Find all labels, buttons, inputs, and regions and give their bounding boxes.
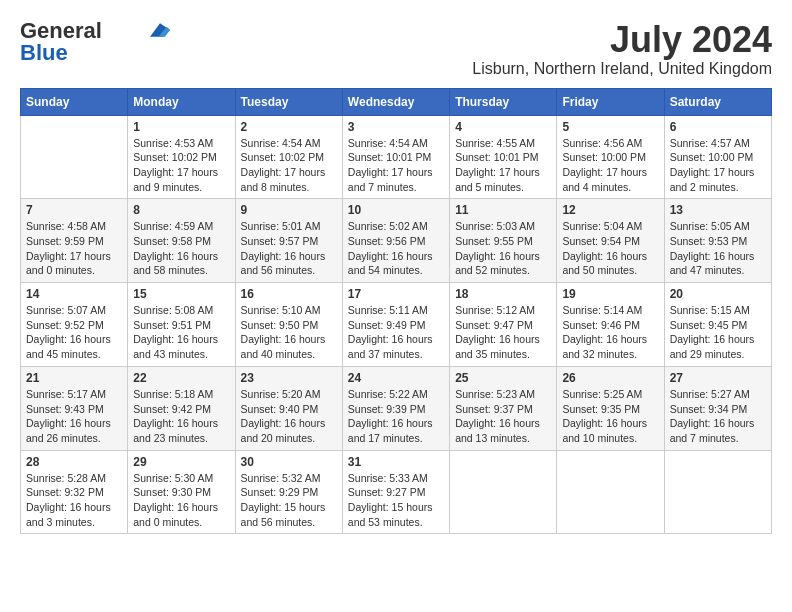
day-info: Sunrise: 5:22 AMSunset: 9:39 PMDaylight:… — [348, 387, 444, 446]
day-info: Sunrise: 4:57 AMSunset: 10:00 PMDaylight… — [670, 136, 766, 195]
day-number: 26 — [562, 371, 658, 385]
calendar-cell: 28Sunrise: 5:28 AMSunset: 9:32 PMDayligh… — [21, 450, 128, 534]
day-number: 1 — [133, 120, 229, 134]
day-number: 15 — [133, 287, 229, 301]
calendar-table: Sunday Monday Tuesday Wednesday Thursday… — [20, 88, 772, 535]
day-info: Sunrise: 5:07 AMSunset: 9:52 PMDaylight:… — [26, 303, 122, 362]
day-info: Sunrise: 5:05 AMSunset: 9:53 PMDaylight:… — [670, 219, 766, 278]
header-sunday: Sunday — [21, 88, 128, 115]
day-number: 20 — [670, 287, 766, 301]
day-number: 12 — [562, 203, 658, 217]
calendar-cell: 29Sunrise: 5:30 AMSunset: 9:30 PMDayligh… — [128, 450, 235, 534]
calendar-cell: 17Sunrise: 5:11 AMSunset: 9:49 PMDayligh… — [342, 283, 449, 367]
header-thursday: Thursday — [450, 88, 557, 115]
day-number: 29 — [133, 455, 229, 469]
day-info: Sunrise: 5:03 AMSunset: 9:55 PMDaylight:… — [455, 219, 551, 278]
day-info: Sunrise: 5:20 AMSunset: 9:40 PMDaylight:… — [241, 387, 337, 446]
day-number: 13 — [670, 203, 766, 217]
header-tuesday: Tuesday — [235, 88, 342, 115]
day-info: Sunrise: 5:27 AMSunset: 9:34 PMDaylight:… — [670, 387, 766, 446]
calendar-cell: 13Sunrise: 5:05 AMSunset: 9:53 PMDayligh… — [664, 199, 771, 283]
day-info: Sunrise: 4:53 AMSunset: 10:02 PMDaylight… — [133, 136, 229, 195]
day-info: Sunrise: 5:17 AMSunset: 9:43 PMDaylight:… — [26, 387, 122, 446]
day-info: Sunrise: 4:54 AMSunset: 10:01 PMDaylight… — [348, 136, 444, 195]
day-info: Sunrise: 5:08 AMSunset: 9:51 PMDaylight:… — [133, 303, 229, 362]
day-number: 3 — [348, 120, 444, 134]
calendar-cell: 4Sunrise: 4:55 AMSunset: 10:01 PMDayligh… — [450, 115, 557, 199]
page-header: General Blue July 2024 Lisburn, Northern… — [20, 20, 772, 78]
calendar-cell: 21Sunrise: 5:17 AMSunset: 9:43 PMDayligh… — [21, 366, 128, 450]
week-row-4: 28Sunrise: 5:28 AMSunset: 9:32 PMDayligh… — [21, 450, 772, 534]
day-info: Sunrise: 5:02 AMSunset: 9:56 PMDaylight:… — [348, 219, 444, 278]
day-number: 23 — [241, 371, 337, 385]
calendar-cell: 2Sunrise: 4:54 AMSunset: 10:02 PMDayligh… — [235, 115, 342, 199]
day-number: 28 — [26, 455, 122, 469]
location-title: Lisburn, Northern Ireland, United Kingdo… — [472, 60, 772, 78]
day-number: 18 — [455, 287, 551, 301]
logo-general: General — [20, 20, 102, 42]
header-wednesday: Wednesday — [342, 88, 449, 115]
calendar-cell: 9Sunrise: 5:01 AMSunset: 9:57 PMDaylight… — [235, 199, 342, 283]
day-number: 6 — [670, 120, 766, 134]
day-info: Sunrise: 4:54 AMSunset: 10:02 PMDaylight… — [241, 136, 337, 195]
day-number: 7 — [26, 203, 122, 217]
header-friday: Friday — [557, 88, 664, 115]
calendar-cell: 3Sunrise: 4:54 AMSunset: 10:01 PMDayligh… — [342, 115, 449, 199]
calendar-cell: 18Sunrise: 5:12 AMSunset: 9:47 PMDayligh… — [450, 283, 557, 367]
calendar-cell: 23Sunrise: 5:20 AMSunset: 9:40 PMDayligh… — [235, 366, 342, 450]
day-number: 16 — [241, 287, 337, 301]
logo-icon — [150, 23, 170, 37]
calendar-cell — [450, 450, 557, 534]
calendar-cell: 24Sunrise: 5:22 AMSunset: 9:39 PMDayligh… — [342, 366, 449, 450]
day-info: Sunrise: 5:28 AMSunset: 9:32 PMDaylight:… — [26, 471, 122, 530]
logo-blue: Blue — [20, 42, 68, 64]
calendar-cell: 7Sunrise: 4:58 AMSunset: 9:59 PMDaylight… — [21, 199, 128, 283]
calendar-cell: 5Sunrise: 4:56 AMSunset: 10:00 PMDayligh… — [557, 115, 664, 199]
day-info: Sunrise: 5:23 AMSunset: 9:37 PMDaylight:… — [455, 387, 551, 446]
day-number: 30 — [241, 455, 337, 469]
day-number: 24 — [348, 371, 444, 385]
day-number: 8 — [133, 203, 229, 217]
day-number: 27 — [670, 371, 766, 385]
header-saturday: Saturday — [664, 88, 771, 115]
day-info: Sunrise: 5:01 AMSunset: 9:57 PMDaylight:… — [241, 219, 337, 278]
day-number: 5 — [562, 120, 658, 134]
day-number: 10 — [348, 203, 444, 217]
header-row: Sunday Monday Tuesday Wednesday Thursday… — [21, 88, 772, 115]
day-info: Sunrise: 4:59 AMSunset: 9:58 PMDaylight:… — [133, 219, 229, 278]
calendar-cell: 6Sunrise: 4:57 AMSunset: 10:00 PMDayligh… — [664, 115, 771, 199]
calendar-cell: 26Sunrise: 5:25 AMSunset: 9:35 PMDayligh… — [557, 366, 664, 450]
calendar-cell — [21, 115, 128, 199]
day-info: Sunrise: 5:25 AMSunset: 9:35 PMDaylight:… — [562, 387, 658, 446]
day-info: Sunrise: 4:56 AMSunset: 10:00 PMDaylight… — [562, 136, 658, 195]
day-info: Sunrise: 5:14 AMSunset: 9:46 PMDaylight:… — [562, 303, 658, 362]
calendar-cell: 14Sunrise: 5:07 AMSunset: 9:52 PMDayligh… — [21, 283, 128, 367]
day-info: Sunrise: 5:15 AMSunset: 9:45 PMDaylight:… — [670, 303, 766, 362]
day-number: 19 — [562, 287, 658, 301]
day-number: 25 — [455, 371, 551, 385]
calendar-cell: 25Sunrise: 5:23 AMSunset: 9:37 PMDayligh… — [450, 366, 557, 450]
calendar-cell: 12Sunrise: 5:04 AMSunset: 9:54 PMDayligh… — [557, 199, 664, 283]
calendar-cell: 19Sunrise: 5:14 AMSunset: 9:46 PMDayligh… — [557, 283, 664, 367]
calendar-cell: 8Sunrise: 4:59 AMSunset: 9:58 PMDaylight… — [128, 199, 235, 283]
week-row-3: 21Sunrise: 5:17 AMSunset: 9:43 PMDayligh… — [21, 366, 772, 450]
day-info: Sunrise: 5:33 AMSunset: 9:27 PMDaylight:… — [348, 471, 444, 530]
day-number: 2 — [241, 120, 337, 134]
calendar-cell: 1Sunrise: 4:53 AMSunset: 10:02 PMDayligh… — [128, 115, 235, 199]
calendar-cell: 10Sunrise: 5:02 AMSunset: 9:56 PMDayligh… — [342, 199, 449, 283]
day-info: Sunrise: 5:04 AMSunset: 9:54 PMDaylight:… — [562, 219, 658, 278]
day-number: 4 — [455, 120, 551, 134]
week-row-1: 7Sunrise: 4:58 AMSunset: 9:59 PMDaylight… — [21, 199, 772, 283]
calendar-cell — [664, 450, 771, 534]
calendar-cell: 30Sunrise: 5:32 AMSunset: 9:29 PMDayligh… — [235, 450, 342, 534]
calendar-cell: 11Sunrise: 5:03 AMSunset: 9:55 PMDayligh… — [450, 199, 557, 283]
calendar-cell: 16Sunrise: 5:10 AMSunset: 9:50 PMDayligh… — [235, 283, 342, 367]
day-info: Sunrise: 5:30 AMSunset: 9:30 PMDaylight:… — [133, 471, 229, 530]
day-info: Sunrise: 5:18 AMSunset: 9:42 PMDaylight:… — [133, 387, 229, 446]
title-area: July 2024 Lisburn, Northern Ireland, Uni… — [472, 20, 772, 78]
calendar-cell: 20Sunrise: 5:15 AMSunset: 9:45 PMDayligh… — [664, 283, 771, 367]
day-number: 17 — [348, 287, 444, 301]
calendar-cell: 31Sunrise: 5:33 AMSunset: 9:27 PMDayligh… — [342, 450, 449, 534]
calendar-cell: 22Sunrise: 5:18 AMSunset: 9:42 PMDayligh… — [128, 366, 235, 450]
week-row-2: 14Sunrise: 5:07 AMSunset: 9:52 PMDayligh… — [21, 283, 772, 367]
